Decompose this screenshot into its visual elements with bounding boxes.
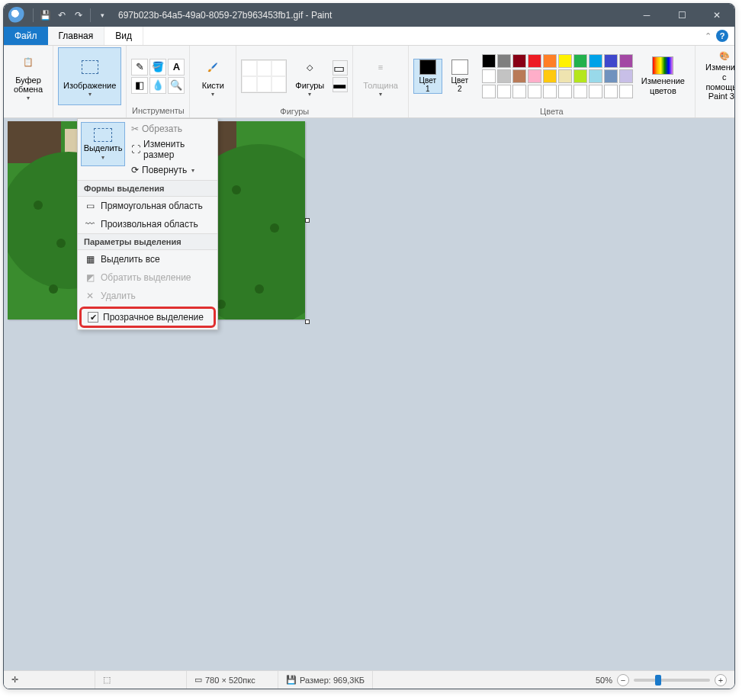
color-swatch[interactable] [619,85,633,98]
text-tool[interactable]: A [168,59,185,75]
forms-header: Формы выделения [78,180,217,197]
eraser-tool[interactable]: ◧ [131,77,148,94]
zoom-slider[interactable] [634,679,710,682]
tab-view[interactable]: Вид [104,27,143,45]
resize-handle-right[interactable] [305,218,310,223]
color-swatch[interactable] [573,54,587,68]
svg-point-17 [270,223,279,233]
zoom-tool[interactable]: 🔍 [168,77,185,94]
collapse-ribbon-icon[interactable]: ⌃ [705,31,712,41]
brushes-button[interactable]: 🖌️ Кисти ▾ [194,47,231,105]
zoom-thumb[interactable] [655,675,661,686]
color-swatch[interactable] [619,54,633,68]
color-swatch[interactable] [512,54,526,68]
zoom-level: 50% [596,676,612,685]
colors-group-label: Цвета [540,105,564,118]
color-swatch[interactable] [604,69,618,83]
cursor-icon: ✛ [11,675,18,685]
color-swatch[interactable] [543,54,557,68]
tab-file[interactable]: Файл [4,27,48,45]
select-main-button[interactable]: Выделить ▾ [81,122,125,166]
group-shapes: ◇ Фигуры ▾ ▭ ▬ Фигуры [236,46,353,117]
select-rect-icon [94,128,112,142]
color-swatch[interactable] [512,85,526,98]
window-title: 697b023b-64a5-49a0-8059-27b963453fb1.gif… [118,10,629,21]
transparent-selection-item[interactable]: ✔ Прозрачное выделение [82,309,214,326]
dims-icon: ▭ [194,675,202,685]
resize-button[interactable]: ⛶Изменить размер [128,137,214,162]
paste-button[interactable]: 📋 Буфер обмена ▾ [8,47,48,105]
color-swatch[interactable] [497,69,511,83]
color-swatch[interactable] [604,85,618,98]
select-all-icon: ▦ [84,253,96,265]
color-swatch[interactable] [558,69,572,83]
size-button[interactable]: ≡ Толщина ▾ [358,47,403,105]
group-size: ≡ Толщина ▾ [353,46,409,117]
svg-point-13 [34,201,43,210]
qat-dropdown-icon[interactable]: ▾ [94,7,111,24]
color-swatch[interactable] [482,69,496,83]
help-icon[interactable]: ? [716,30,728,42]
color-swatch[interactable] [543,69,557,83]
zoom-in-button[interactable]: + [715,674,727,686]
group-paint3d: 🎨 Изменить с помощью Paint 3D [696,46,735,117]
color2-swatch [451,59,468,75]
zoom-out-button[interactable]: − [617,674,629,686]
shapes-icon: ◇ [297,55,322,79]
fill-tool[interactable]: 🪣 [149,59,166,75]
tab-home[interactable]: Главная [48,27,105,45]
color-swatch[interactable] [558,54,572,68]
save-icon[interactable]: 💾 [37,7,53,24]
redo-icon[interactable]: ↷ [70,7,87,24]
shapes-gallery[interactable] [241,59,287,93]
picker-tool[interactable]: 💧 [149,77,166,94]
color-swatch[interactable] [543,85,557,98]
color-swatch[interactable] [497,85,511,98]
paint3d-icon: 🎨 [712,51,735,61]
free-sel-icon: 〰 [84,218,96,230]
fill-shape-button[interactable]: ▬ [333,77,348,92]
crop-button[interactable]: ✂Обрезать [128,122,214,136]
pencil-tool[interactable]: ✎ [131,59,148,75]
color-swatch[interactable] [573,69,587,83]
undo-icon[interactable]: ↶ [53,7,70,24]
rotate-button[interactable]: ⟳Повернуть▾ [128,163,214,177]
edit-colors-button[interactable]: Изменение цветов [636,47,690,105]
clipboard-icon: 📋 [16,51,40,74]
minimize-button[interactable]: ─ [629,4,664,27]
color1-button[interactable]: Цвет 1 [413,59,442,94]
color-swatch[interactable] [482,54,496,68]
maximize-button[interactable]: ☐ [664,4,699,27]
color-swatch[interactable] [512,69,526,83]
select-all-item[interactable]: ▦ Выделить все [78,250,217,268]
color-swatch[interactable] [528,85,541,98]
invert-icon: ◩ [84,271,96,284]
paint3d-button[interactable]: 🎨 Изменить с помощью Paint 3D [700,47,735,105]
disk-icon: 💾 [286,675,297,685]
resize-handle-corner[interactable] [305,319,310,324]
color-swatch[interactable] [589,85,602,98]
color-swatch[interactable] [604,54,618,68]
color-swatch[interactable] [619,69,633,83]
color-swatch[interactable] [528,69,541,83]
close-button[interactable]: ✕ [699,4,734,27]
outline-button[interactable]: ▭ [333,60,348,75]
color2-button[interactable]: Цвет 2 [445,59,474,94]
color-swatch[interactable] [482,85,496,98]
free-selection-item[interactable]: 〰 Произвольная область [78,215,217,233]
rotate-icon: ⟳ [131,165,139,175]
color-swatch[interactable] [589,69,602,83]
color-swatch[interactable] [558,85,572,98]
group-brushes: 🖌️ Кисти ▾ [190,46,236,117]
selection-icon: ⬚ [103,675,111,685]
color-swatch[interactable] [497,54,511,68]
color-swatch[interactable] [589,54,602,68]
shapes-button[interactable]: ◇ Фигуры ▾ [290,47,329,105]
delete-icon: ✕ [84,290,96,302]
color-swatch[interactable] [573,85,587,98]
rect-selection-item[interactable]: ▭ Прямоугольная область [78,197,217,215]
file-size-cell: 💾Размер: 969,3КБ [278,671,373,689]
select-button[interactable]: Изображение ▾ [58,47,121,105]
svg-point-16 [232,185,241,194]
color-swatch[interactable] [528,54,541,68]
